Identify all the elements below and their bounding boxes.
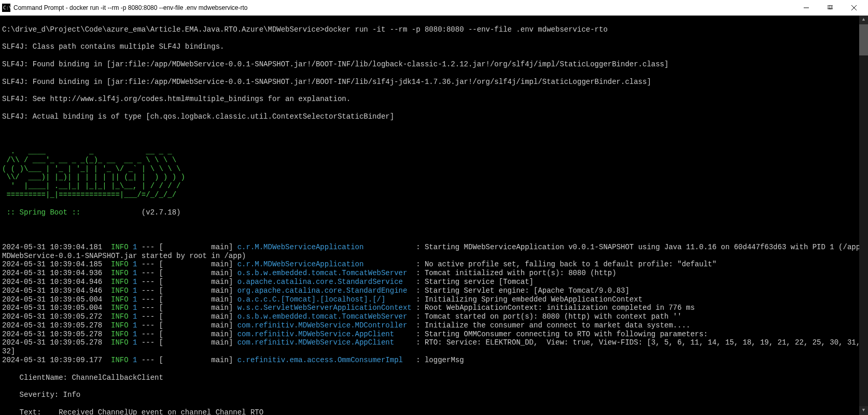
log-line: 2024-05-31 10:39:05.278 INFO 1 --- [ mai… <box>2 321 866 330</box>
log-line: 2024-05-31 10:39:04.946 INFO 1 --- [ mai… <box>2 278 866 287</box>
cmd-icon: C:\ <box>2 4 10 12</box>
log-line: 2024-05-31 10:39:09.177 INFO 1 --- [ mai… <box>2 356 866 365</box>
log-line: 2024-05-31 10:39:04.185 INFO 1 --- [ mai… <box>2 260 866 269</box>
slf4j-line: SLF4J: See http://www.slf4j.org/codes.ht… <box>2 95 866 104</box>
log-line: 2024-05-31 10:39:05.278 INFO 1 --- [ mai… <box>2 330 866 339</box>
slf4j-line: SLF4J: Actual binding is of type [ch.qos… <box>2 112 866 121</box>
terminal-output[interactable]: C:\drive_d\Project\Code\azure_ema\Articl… <box>0 16 868 415</box>
slf4j-line: SLF4J: Found binding in [jar:file:/app/M… <box>2 78 866 87</box>
log-line: 2024-05-31 10:39:05.004 INFO 1 --- [ mai… <box>2 295 866 304</box>
slf4j-line: SLF4J: Found binding in [jar:file:/app/M… <box>2 60 866 69</box>
window-title: Command Prompt - docker run -it --rm -p … <box>13 4 248 11</box>
logger-tail: Severity: Info <box>2 391 866 399</box>
prompt-line: C:\drive_d\Project\Code\azure_ema\Articl… <box>2 25 866 34</box>
spring-boot-version: :: Spring Boot :: (v2.7.18) <box>2 208 866 217</box>
scroll-up-button[interactable]: ▲ <box>859 16 868 24</box>
svg-text:C:\: C:\ <box>3 5 10 10</box>
log-lines: 2024-05-31 10:39:04.181 INFO 1 --- [ mai… <box>2 243 866 365</box>
log-line: 2024-05-31 10:39:05.278 INFO 1 --- [ mai… <box>2 338 866 356</box>
spring-ascii-banner: . ____ _ __ _ _ /\\ / ___'_ __ _ _(_)_ _… <box>2 147 866 199</box>
window-titlebar: C:\ Command Prompt - docker run -it --rm… <box>0 0 868 16</box>
window-controls <box>794 0 866 16</box>
log-line: 2024-05-31 10:39:04.946 INFO 1 --- [ mai… <box>2 287 866 295</box>
slf4j-line: SLF4J: Class path contains multiple SLF4… <box>2 42 866 51</box>
maximize-button[interactable] <box>818 0 842 16</box>
logger-tail: ClientName: ChannelCallbackClient <box>2 374 866 382</box>
minimize-button[interactable] <box>794 0 818 16</box>
log-line: 2024-05-31 10:39:04.936 INFO 1 --- [ mai… <box>2 269 866 278</box>
log-line: 2024-05-31 10:39:05.272 INFO 1 --- [ mai… <box>2 312 866 321</box>
log-line: 2024-05-31 10:39:05.004 INFO 1 --- [ mai… <box>2 304 866 312</box>
scrollbar-thumb[interactable] <box>859 24 868 55</box>
logger-tail: Text: Received ChannelUp event on channe… <box>2 408 866 415</box>
close-button[interactable] <box>842 0 866 16</box>
scrollbar[interactable]: ▲ ▼ <box>859 16 868 415</box>
scroll-down-button[interactable]: ▼ <box>859 406 868 415</box>
log-line: 2024-05-31 10:39:04.181 INFO 1 --- [ mai… <box>2 243 866 261</box>
